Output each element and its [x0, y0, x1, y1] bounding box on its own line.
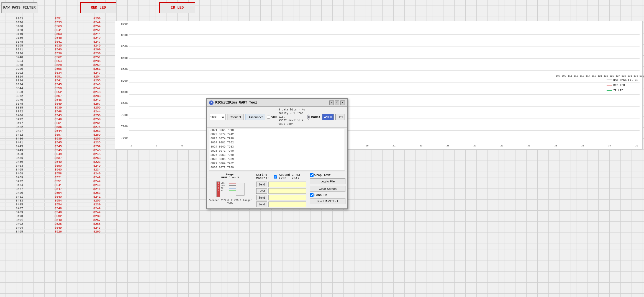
- list-item: 8243: [78, 82, 116, 86]
- list-item: 8053: [0, 17, 39, 20]
- y-axis-label: 7800: [116, 125, 129, 128]
- list-item: 8239: [78, 214, 116, 218]
- list-item: 8541: [39, 79, 78, 82]
- x-axis-label: 39: [635, 144, 638, 147]
- x-axis-label: 1: [130, 144, 132, 147]
- wrap-text-group[interactable]: Wrap Text: [310, 173, 345, 177]
- list-item: 8029 8064 7962: [211, 161, 343, 166]
- close-button[interactable]: ✕: [340, 100, 345, 105]
- wrap-text-checkbox[interactable]: [310, 173, 314, 177]
- list-item: 8469: [0, 175, 39, 179]
- list-item: 8485: [0, 203, 39, 206]
- list-item: 8550: [39, 164, 78, 168]
- list-item: 8256: [78, 199, 116, 203]
- send-button-1[interactable]: Send: [256, 182, 267, 187]
- vdd-checkbox-group[interactable]: VDD: [267, 115, 277, 119]
- list-item: 8267: [78, 102, 116, 106]
- list-item: 8249: [78, 164, 116, 168]
- macro-input-2[interactable]: [268, 188, 306, 194]
- send-button-4[interactable]: Send: [256, 202, 267, 207]
- list-item: 8265: [78, 222, 116, 226]
- y-axis-label: 8600: [116, 34, 129, 37]
- clear-screen-button[interactable]: Clear Screen: [310, 186, 345, 192]
- list-item: 8551: [39, 179, 78, 183]
- list-item: 8249: [78, 172, 116, 175]
- list-item: 8334: [0, 82, 39, 86]
- ir-data-column: 8259824982548251824482498247824982608230…: [78, 17, 116, 297]
- list-item: 8489: [0, 210, 39, 214]
- macro-row-4: Send: [256, 202, 306, 207]
- minimize-button[interactable]: ─: [329, 100, 334, 105]
- circuit-caption: Connect PICkit 2 VDD & target VDD.: [208, 199, 252, 205]
- exit-uart-button[interactable]: Exit UART Tool: [310, 198, 345, 204]
- vdd-checkbox[interactable]: [267, 115, 270, 119]
- macro-input-1[interactable]: [268, 182, 306, 187]
- log-to-file-button[interactable]: Log to File: [310, 178, 345, 184]
- list-item: 8550: [39, 86, 78, 90]
- list-item: 8344: [0, 86, 39, 90]
- list-item: 8554: [39, 59, 78, 63]
- baud-rate-select[interactable]: 9600 19200 38400 115200: [209, 114, 225, 120]
- list-item: 8545: [39, 148, 78, 152]
- list-item: 8362: [0, 94, 39, 98]
- ascii-mode-button[interactable]: ASCII: [322, 114, 334, 120]
- list-item: 8481: [0, 195, 39, 199]
- list-item: 8249: [78, 179, 116, 183]
- list-item: 8385: [0, 106, 39, 110]
- list-item: 8248: [78, 90, 116, 94]
- data-columns: 8053807681008120814081598178819582118226…: [0, 17, 116, 297]
- list-item: 8259: [78, 144, 116, 148]
- header-red-led: RED LED: [80, 2, 116, 13]
- list-item: 8292: [0, 71, 39, 75]
- uart-toolbar: 9600 19200 38400 115200 Connect Disconne…: [207, 107, 347, 128]
- list-item: 8030 8072 7929: [211, 166, 343, 170]
- red-data-column: 8551853385638541855385488541853585408536…: [39, 17, 78, 297]
- list-item: 8562: [39, 55, 78, 59]
- list-item: 8247: [78, 40, 116, 44]
- connect-button[interactable]: Connect: [227, 114, 243, 120]
- append-crlf-checkbox[interactable]: [274, 175, 277, 179]
- y-axis-label: 8700: [116, 22, 129, 25]
- list-item: 8540: [39, 218, 78, 222]
- uart-log[interactable]: 8021 8078 79188020 8034 79128020 8051 79…: [209, 129, 345, 171]
- svg-text:RX: RX: [221, 190, 224, 192]
- list-item: 8487: [0, 206, 39, 210]
- header-row: RAW PASS FILTER RED LED IR LED: [0, 0, 644, 15]
- circuit-diagram: 1 2 3 4 VDD GND TX RX: [214, 180, 247, 198]
- window-controls[interactable]: ─ □ ✕: [329, 100, 345, 105]
- list-item: 8314: [0, 75, 39, 79]
- list-item: 8490: [0, 214, 39, 218]
- x-axis-label: 29: [500, 144, 503, 147]
- list-item: 8100: [0, 24, 39, 28]
- y-axis-label: 8300: [116, 68, 129, 71]
- uart-circuit-area: TargetUART Circuit 1 2 3 4 VDD GND TX RX: [207, 172, 254, 208]
- list-item: 8242: [78, 98, 116, 102]
- list-item: 8211: [0, 48, 39, 51]
- chart-plot: [129, 22, 640, 142]
- list-item: 8254: [0, 59, 39, 63]
- restore-button[interactable]: □: [335, 100, 339, 105]
- x-axis-label: 25: [447, 144, 450, 147]
- disconnect-button[interactable]: Disconnect: [245, 114, 265, 120]
- svg-text:TX: TX: [221, 187, 224, 189]
- help-button[interactable]: ?: [307, 115, 310, 120]
- list-item: 8539: [39, 106, 78, 110]
- list-item: 8247: [78, 71, 116, 75]
- legend-line: [607, 80, 612, 80]
- list-item: 8230: [78, 203, 116, 206]
- send-button-3[interactable]: Send: [256, 195, 267, 200]
- hex-mode-button[interactable]: Hex: [335, 114, 345, 120]
- macro-input-3[interactable]: [268, 195, 306, 200]
- list-item: 8432: [0, 133, 39, 137]
- send-button-2[interactable]: Send: [256, 188, 267, 194]
- list-item: 8140: [0, 32, 39, 36]
- list-item: 8554: [39, 199, 78, 203]
- list-item: 8557: [39, 133, 78, 137]
- list-item: 8251: [78, 55, 116, 59]
- echo-on-group[interactable]: Echo On: [310, 193, 345, 197]
- echo-on-checkbox[interactable]: [310, 193, 314, 197]
- svg-text:1: 1: [217, 182, 219, 184]
- list-item: 8563: [39, 24, 78, 28]
- list-item: 8534: [39, 71, 78, 75]
- macro-input-4[interactable]: [268, 202, 306, 207]
